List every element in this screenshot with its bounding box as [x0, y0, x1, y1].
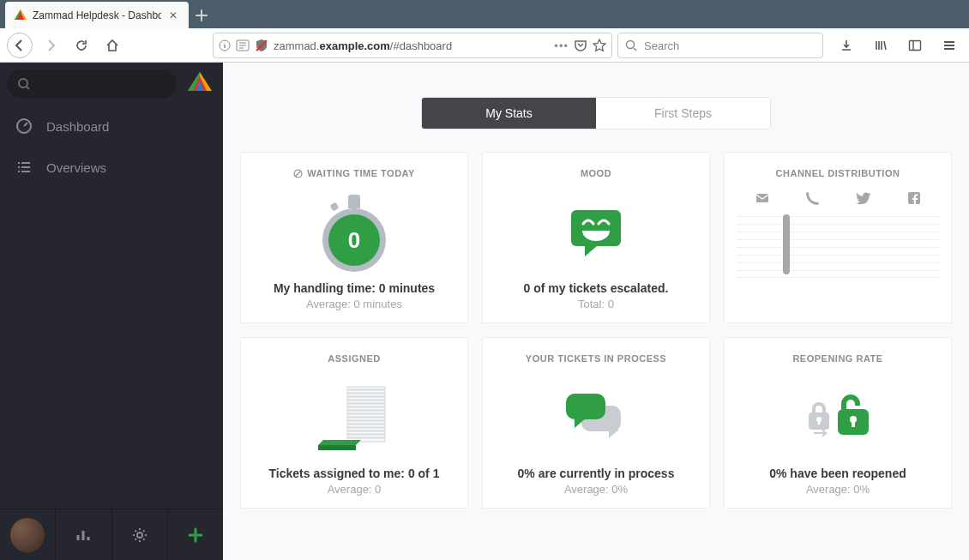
browser-tab[interactable]: Zammad Helpdesk - Dashbo ✕ [5, 2, 189, 28]
search-placeholder: Search [644, 39, 679, 52]
sidebar-item-overviews[interactable]: Overviews [0, 147, 223, 188]
reload-button[interactable] [69, 33, 94, 58]
card-mood: MOOD 0 of my tickets escalated. Total: 0 [482, 152, 710, 323]
card-channel-distribution: CHANNEL DISTRIBUTION [724, 152, 952, 323]
chat-icon [563, 390, 629, 447]
menu-icon[interactable] [936, 33, 962, 58]
reader-icon [236, 39, 250, 51]
tab-strip: Zammad Helpdesk - Dashbo ✕ [0, 0, 969, 28]
card-title: CHANNEL DISTRIBUTION [737, 168, 939, 178]
url-text: zammad.example.com/#dashboard [274, 39, 549, 52]
svg-rect-25 [347, 411, 385, 413]
svg-rect-40 [818, 419, 821, 425]
svg-rect-21 [347, 397, 385, 400]
svg-rect-24 [347, 407, 385, 410]
sidebar-icon[interactable] [902, 33, 928, 58]
card-line1: 0% are currently in process [518, 467, 675, 480]
card-title: WAITING TIME TODAY [307, 168, 415, 178]
downloads-icon[interactable] [834, 33, 859, 58]
card-line1: 0 of my tickets escalated. [524, 281, 669, 295]
waiting-value: 0 [328, 214, 380, 266]
sidebar-item-dashboard[interactable]: Dashboard [0, 105, 223, 147]
stats-tabs: My Stats First Steps [421, 97, 771, 129]
card-reopening: REOPENING RATE [724, 337, 952, 509]
add-button[interactable] [168, 509, 223, 560]
card-line2: Average: 0 [328, 483, 382, 496]
zammad-logo[interactable] [184, 68, 216, 100]
card-line1: 0% have been reopened [769, 467, 906, 480]
stack-icon [313, 382, 395, 455]
list-icon [15, 159, 33, 176]
svg-point-5 [627, 41, 635, 49]
card-title: ASSIGNED [328, 353, 380, 364]
svg-point-7 [19, 79, 27, 87]
forward-button[interactable] [38, 33, 63, 58]
back-button[interactable] [7, 33, 33, 58]
search-icon [17, 77, 31, 91]
gauge-icon [15, 117, 33, 135]
card-title: YOUR TICKETS IN PROCESS [526, 353, 666, 364]
tab-first-steps[interactable]: First Steps [596, 98, 770, 129]
svg-rect-26 [347, 414, 385, 417]
svg-rect-27 [347, 418, 385, 420]
library-icon[interactable] [868, 33, 894, 58]
gear-icon [131, 527, 148, 544]
new-tab-button[interactable] [189, 3, 214, 28]
close-icon[interactable]: ✕ [166, 9, 180, 22]
phone-icon [805, 190, 821, 206]
svg-marker-35 [318, 445, 356, 450]
bars-icon [75, 527, 91, 543]
browser-search[interactable]: Search [617, 33, 823, 58]
svg-rect-30 [347, 428, 385, 431]
twitter-icon [856, 190, 871, 206]
card-title: REOPENING RATE [792, 353, 882, 364]
svg-rect-37 [566, 394, 605, 419]
card-title: MOOD [581, 168, 611, 178]
card-line2: Average: 0% [564, 483, 628, 496]
sidebar-search[interactable] [7, 69, 177, 99]
plus-icon [188, 527, 203, 543]
card-line2: Average: 0 minutes [306, 298, 402, 310]
null-icon [293, 169, 303, 178]
card-line2: Total: 0 [578, 298, 614, 310]
svg-marker-34 [318, 440, 361, 445]
settings-button[interactable] [112, 509, 168, 560]
mood-icon [569, 208, 623, 258]
sidebar-item-label: Dashboard [46, 119, 109, 134]
svg-rect-43 [852, 419, 855, 427]
meatball-icon[interactable]: ••• [554, 39, 569, 52]
svg-rect-32 [347, 435, 385, 437]
svg-rect-22 [347, 400, 385, 403]
home-button[interactable] [99, 33, 125, 58]
app-sidebar: Dashboard Overviews [0, 63, 223, 560]
pocket-icon[interactable] [574, 39, 587, 52]
card-assigned: ASSIGNED T [240, 337, 468, 509]
star-icon[interactable] [593, 39, 606, 52]
lock-icon [800, 390, 876, 447]
main-content: My Stats First Steps WAITING TIME TODAY … [223, 63, 969, 560]
tab-my-stats[interactable]: My Stats [422, 98, 596, 129]
avatar-button[interactable] [0, 509, 56, 560]
stopwatch-icon: 0 [319, 195, 389, 272]
favicon-icon [14, 9, 27, 22]
card-waiting-time: WAITING TIME TODAY 0 My handling time: 0… [240, 152, 468, 323]
svg-point-13 [137, 533, 142, 538]
browser-chrome: Zammad Helpdesk - Dashbo ✕ zammad.exampl… [0, 0, 969, 63]
tab-title: Zammad Helpdesk - Dashbo [33, 9, 161, 21]
card-line1: Tickets assigned to me: 0 of 1 [269, 467, 440, 480]
card-line2: Average: 0% [806, 483, 870, 496]
svg-rect-18 [347, 387, 385, 389]
facebook-icon [906, 190, 922, 206]
svg-rect-28 [347, 421, 385, 424]
card-line1: My handling time: 0 minutes [274, 281, 435, 295]
channel-bar [783, 214, 790, 274]
svg-rect-31 [347, 431, 385, 434]
svg-rect-23 [347, 404, 385, 406]
svg-rect-19 [347, 390, 385, 393]
svg-rect-16 [756, 194, 768, 202]
svg-rect-20 [347, 394, 385, 396]
stats-button[interactable] [56, 509, 111, 560]
url-bar[interactable]: zammad.example.com/#dashboard ••• [213, 33, 612, 58]
sidebar-item-label: Overviews [46, 160, 106, 175]
browser-toolbar: zammad.example.com/#dashboard ••• Search [0, 28, 969, 63]
